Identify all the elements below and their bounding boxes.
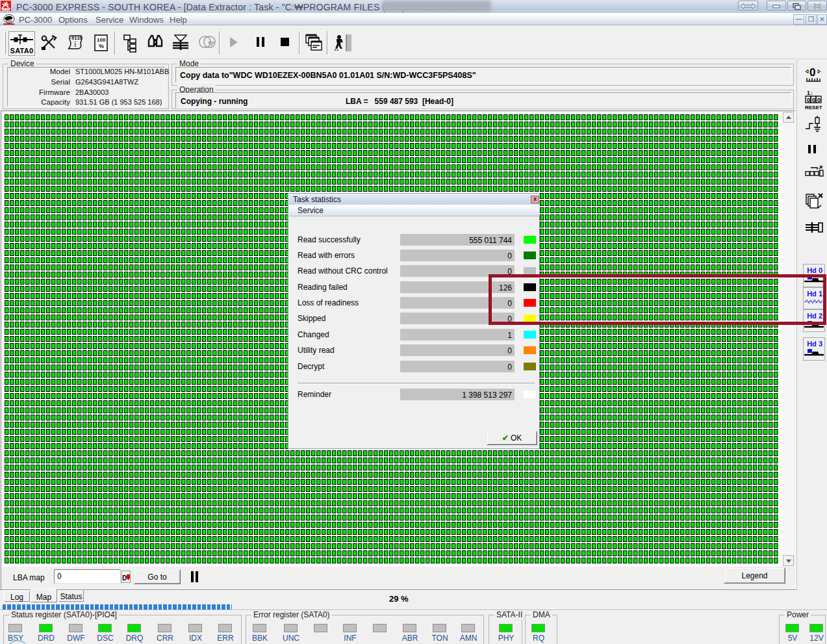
svg-text:0110: 0110 bbox=[71, 36, 83, 41]
svg-text:0: 0 bbox=[812, 97, 815, 103]
svg-text:0: 0 bbox=[807, 97, 810, 103]
svg-text:%: % bbox=[99, 43, 104, 49]
svg-text:100: 100 bbox=[97, 37, 106, 43]
svg-text:1↓: 1↓ bbox=[807, 90, 813, 96]
svg-text:i: i bbox=[74, 40, 77, 49]
svg-text:0: 0 bbox=[809, 66, 815, 79]
svg-text:0: 0 bbox=[817, 97, 821, 103]
svg-text:RESET: RESET bbox=[805, 105, 822, 110]
